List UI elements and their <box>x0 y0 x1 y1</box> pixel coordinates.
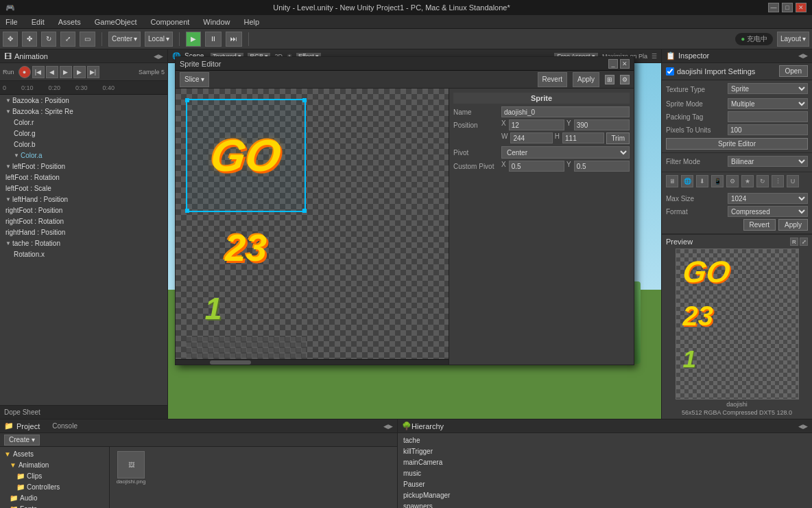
file-daojishi[interactable]: 🖼 daojishi.png <box>114 451 148 489</box>
tree-item[interactable]: ▼ Bazooka : Position <box>0 95 167 106</box>
menu-file[interactable]: File <box>3 18 21 26</box>
hier-tache[interactable]: tache <box>399 435 811 446</box>
handle-tl[interactable] <box>185 98 189 102</box>
menu-gameobject[interactable]: GameObject <box>92 18 140 26</box>
hier-killtrigger[interactable]: killTrigger <box>399 446 811 457</box>
icon-more[interactable]: ⋮ <box>772 175 784 187</box>
tree-item[interactable]: Color.r <box>0 117 167 128</box>
layout-dropdown[interactable]: Layout▾ <box>777 32 809 47</box>
inspector-collapse[interactable]: ◀▶ <box>798 52 808 59</box>
tree-item[interactable]: Color.g <box>0 128 167 139</box>
rect-tool[interactable]: ▭ <box>80 32 95 47</box>
hier-maincamera[interactable]: mainCamera <box>399 457 811 467</box>
anim-prev[interactable]: ◀ <box>46 66 58 78</box>
tree-item[interactable]: leftFoot : Scale <box>0 183 167 194</box>
hier-spawners[interactable]: spawners <box>399 500 811 508</box>
icon-refresh[interactable]: ↻ <box>756 175 769 187</box>
se-slice-btn[interactable]: Slice ▾ <box>180 72 209 87</box>
max-size-select[interactable]: 1024 512 2048 <box>728 193 808 204</box>
animator-collapse[interactable]: ◀▶ <box>154 53 163 60</box>
preview-expand-btn[interactable]: ⤢ <box>800 238 808 246</box>
close-button[interactable]: ✕ <box>796 3 807 12</box>
anim-first[interactable]: |◀ <box>32 66 45 78</box>
menu-window[interactable]: Window <box>200 18 232 26</box>
center-toggle[interactable]: Center▾ <box>108 32 141 47</box>
tree-item[interactable]: ▼ Bazooka : Sprite Re <box>0 106 167 117</box>
se-scroll-thumb[interactable] <box>210 360 251 365</box>
se-close[interactable]: ✕ <box>620 59 630 69</box>
se-settings-btn[interactable]: ⚙ <box>620 75 630 84</box>
hierarchy-collapse[interactable]: ◀▶ <box>798 423 808 430</box>
se-cp-y[interactable] <box>574 161 630 172</box>
se-size-w[interactable] <box>510 132 552 143</box>
se-grid-btn[interactable]: ⊞ <box>605 75 614 84</box>
inspector-enable-checkbox[interactable] <box>666 67 674 76</box>
local-toggle[interactable]: Local▾ <box>145 32 173 47</box>
move-tool[interactable]: ✤ <box>22 32 37 47</box>
icon-web[interactable]: 🌐 <box>681 175 693 187</box>
icon-pc[interactable]: 🖥 <box>666 175 678 187</box>
proj-controllers[interactable]: 📁Controllers <box>1 481 108 492</box>
se-name-input[interactable] <box>501 106 630 117</box>
icon-unity[interactable]: U <box>787 175 799 187</box>
se-trim-btn[interactable]: Trim <box>606 132 630 144</box>
handle-br[interactable] <box>302 209 307 213</box>
handle-bl[interactable] <box>185 209 189 213</box>
hier-pauser[interactable]: Pauser <box>399 478 811 489</box>
step-button[interactable]: ⏭ <box>226 32 242 47</box>
menu-assets[interactable]: Assets <box>56 18 84 26</box>
se-cp-x[interactable] <box>509 161 564 172</box>
menu-help[interactable]: Help <box>241 18 262 26</box>
minimize-button[interactable]: — <box>768 3 779 12</box>
hier-music[interactable]: music <box>399 467 811 478</box>
inspector-open-btn[interactable]: Open <box>779 65 808 77</box>
dope-sheet-btn[interactable]: Dope Sheet <box>4 408 40 416</box>
play-button[interactable]: ▶ <box>186 32 201 47</box>
icon-star[interactable]: ★ <box>741 175 754 187</box>
se-pivot-select[interactable]: Center Top Left Bottom Right <box>501 146 630 159</box>
apply-btn[interactable]: Apply <box>778 219 808 231</box>
tree-item[interactable]: Rotation.x <box>0 249 167 259</box>
se-pos-y[interactable] <box>574 119 630 130</box>
anim-last[interactable]: ▶| <box>87 66 99 78</box>
tree-item[interactable]: ▼ leftHand : Position <box>0 194 167 205</box>
filter-mode-select[interactable]: Bilinear Point Trilinear <box>728 156 808 167</box>
tree-item[interactable]: leftFoot : Rotation <box>0 172 167 183</box>
transform-tool[interactable]: ✥ <box>3 32 18 47</box>
tree-item[interactable]: rightFoot : Rotation <box>0 216 167 227</box>
pause-button[interactable]: ⏸ <box>205 32 222 47</box>
maximize-button[interactable]: □ <box>782 3 793 12</box>
tree-item[interactable]: ▼ tache : Rotation <box>0 238 167 249</box>
game-close[interactable]: ☰ <box>652 53 657 60</box>
icon-download[interactable]: ⬇ <box>696 175 708 187</box>
anim-record[interactable]: ● <box>19 66 31 78</box>
texture-type-select[interactable]: Sprite Texture <box>728 83 808 94</box>
revert-btn[interactable]: Revert <box>743 219 776 231</box>
se-revert-btn[interactable]: Revert <box>538 72 567 87</box>
icon-settings[interactable]: ⚙ <box>726 175 739 187</box>
scale-tool[interactable]: ⤢ <box>60 32 75 47</box>
anim-next[interactable]: ▶ <box>73 66 86 78</box>
format-select[interactable]: Compressed Truecolor <box>728 206 808 217</box>
proj-fonts[interactable]: 📁Fonts <box>1 503 108 508</box>
pixels-units-value[interactable]: 100 <box>728 124 808 135</box>
proj-animation[interactable]: ▼Animation <box>1 459 108 470</box>
menu-component[interactable]: Component <box>147 18 192 26</box>
create-btn[interactable]: Create ▾ <box>4 435 40 446</box>
se-pos-x[interactable] <box>509 119 564 130</box>
tree-item[interactable]: Color.b <box>0 139 167 150</box>
tree-item[interactable]: ▼ Color.a <box>0 150 167 161</box>
se-scrollbar-h[interactable] <box>176 359 449 365</box>
proj-audio[interactable]: 📁Audio <box>1 492 108 503</box>
sprite-mode-select[interactable]: Multiple Single <box>728 98 808 109</box>
project-collapse[interactable]: ◀▶ <box>383 423 393 430</box>
sprite-editor-btn[interactable]: Sprite Editor <box>666 138 808 150</box>
hier-pickupmanager[interactable]: pickupManager <box>399 489 811 500</box>
console-tab-btn[interactable]: Console <box>49 422 80 430</box>
se-canvas[interactable]: GO 23 1 <box>176 89 449 365</box>
icon-mobile[interactable]: 📱 <box>711 175 724 187</box>
proj-assets[interactable]: ▼Assets <box>1 448 108 459</box>
rotate-tool[interactable]: ↻ <box>41 32 56 47</box>
handle-tr[interactable] <box>302 98 307 102</box>
tree-item[interactable]: ▼ leftFoot : Position <box>0 161 167 172</box>
